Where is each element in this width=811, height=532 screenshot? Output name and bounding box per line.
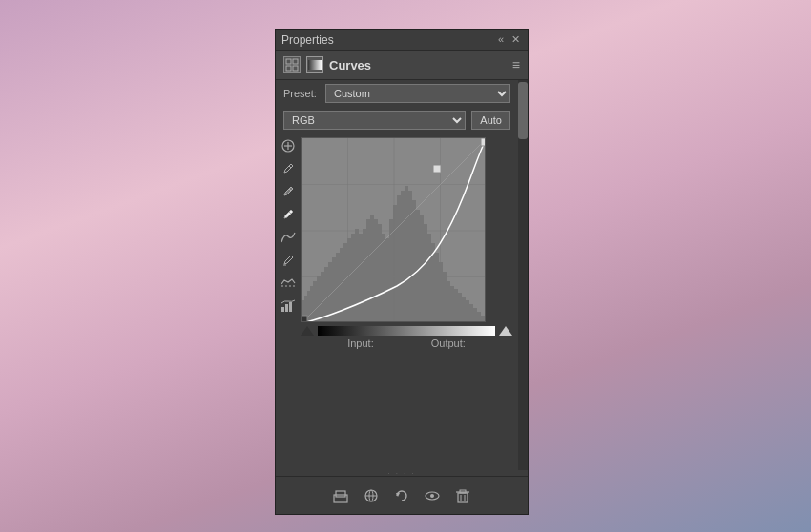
input-label: Input: xyxy=(347,338,374,349)
curves-area: Input: Output: xyxy=(301,133,518,470)
grid-icon-button[interactable] xyxy=(283,56,301,73)
svg-rect-0 xyxy=(286,59,291,64)
svg-rect-14 xyxy=(289,302,292,312)
svg-rect-30 xyxy=(351,234,355,322)
svg-rect-24 xyxy=(328,262,332,322)
left-toolbar xyxy=(276,133,301,470)
tool-eyedropper-white[interactable] xyxy=(279,206,298,223)
preset-select[interactable]: Custom xyxy=(325,84,510,103)
svg-rect-64 xyxy=(481,316,486,322)
svg-rect-28 xyxy=(343,243,347,322)
svg-rect-50 xyxy=(427,234,431,322)
hamburger-icon[interactable]: ≡ xyxy=(512,57,520,72)
white-point-slider[interactable] xyxy=(499,326,512,336)
svg-rect-1 xyxy=(293,59,298,64)
toggle-visibility-button[interactable] xyxy=(422,485,443,506)
svg-rect-19 xyxy=(310,286,313,322)
svg-rect-44 xyxy=(405,186,408,322)
svg-rect-2 xyxy=(286,66,291,71)
panel-header: Curves ≡ xyxy=(276,51,528,80)
svg-rect-43 xyxy=(401,191,405,322)
svg-rect-61 xyxy=(469,304,473,322)
svg-rect-12 xyxy=(281,307,284,312)
svg-rect-23 xyxy=(324,267,328,322)
tool-histogram[interactable] xyxy=(279,297,298,315)
svg-rect-57 xyxy=(454,289,458,322)
channel-select[interactable]: RGB Red Green Blue xyxy=(283,111,466,130)
svg-rect-54 xyxy=(443,272,447,322)
channel-row: RGB Red Green Blue Auto xyxy=(276,107,518,133)
svg-rect-62 xyxy=(473,308,477,322)
bottom-toolbar xyxy=(276,476,528,514)
titlebar-controls: « ✕ xyxy=(496,34,522,45)
svg-rect-37 xyxy=(378,224,382,322)
tool-curve-smooth[interactable] xyxy=(279,229,298,246)
reset-button[interactable] xyxy=(391,485,412,506)
svg-rect-45 xyxy=(408,191,412,322)
svg-rect-36 xyxy=(374,219,378,322)
tool-curve-pencil[interactable] xyxy=(279,252,298,269)
svg-rect-34 xyxy=(366,219,370,322)
main-curves-area: Input: Output: xyxy=(276,133,518,470)
svg-rect-31 xyxy=(355,229,359,322)
delete-layer-button[interactable] xyxy=(452,485,473,506)
auto-button[interactable]: Auto xyxy=(471,111,510,130)
tool-settings[interactable] xyxy=(279,137,298,154)
black-point-slider[interactable] xyxy=(301,326,314,336)
svg-rect-3 xyxy=(293,66,298,71)
properties-panel: Properties « ✕ Curves ≡ Preset: xyxy=(275,29,529,515)
svg-rect-56 xyxy=(450,286,454,322)
svg-rect-39 xyxy=(385,238,389,322)
curves-svg xyxy=(302,138,486,322)
svg-rect-13 xyxy=(285,304,288,312)
svg-rect-58 xyxy=(458,293,462,322)
svg-rect-42 xyxy=(397,195,401,322)
gradient-sliders xyxy=(301,322,512,336)
panel-scrollbar[interactable] xyxy=(518,80,528,470)
close-button[interactable]: ✕ xyxy=(509,34,522,45)
tool-eyedropper-black[interactable] xyxy=(279,160,298,177)
svg-rect-74 xyxy=(302,316,307,322)
svg-rect-46 xyxy=(412,200,416,322)
svg-line-7 xyxy=(289,166,291,168)
gradient-bar xyxy=(318,326,495,336)
svg-rect-63 xyxy=(477,312,481,322)
svg-rect-55 xyxy=(447,281,450,322)
svg-rect-77 xyxy=(336,491,345,497)
svg-rect-60 xyxy=(466,300,469,322)
panel-titlebar: Properties « ✕ xyxy=(276,30,528,51)
svg-rect-20 xyxy=(313,281,317,322)
svg-rect-59 xyxy=(462,297,466,322)
svg-rect-38 xyxy=(382,234,385,322)
clip-layer-button[interactable] xyxy=(330,485,351,506)
io-row: Input: Output: xyxy=(301,336,512,353)
svg-rect-33 xyxy=(363,229,366,322)
preset-row: Preset: Custom xyxy=(276,80,518,107)
svg-point-83 xyxy=(430,494,434,498)
panel-title: Properties xyxy=(281,33,334,47)
tool-smooth[interactable] xyxy=(279,275,298,292)
preset-label: Preset: xyxy=(283,88,320,99)
curves-graph[interactable] xyxy=(301,137,486,322)
svg-rect-22 xyxy=(321,272,324,322)
curves-icon xyxy=(306,56,323,73)
svg-rect-52 xyxy=(435,253,439,322)
scrollbar-thumb[interactable] xyxy=(518,82,528,139)
svg-rect-73 xyxy=(433,165,441,173)
svg-rect-53 xyxy=(439,262,443,322)
svg-rect-49 xyxy=(424,224,427,322)
svg-rect-84 xyxy=(458,493,468,502)
tool-eyedropper-gray[interactable] xyxy=(279,183,298,200)
svg-rect-47 xyxy=(416,210,420,322)
svg-rect-21 xyxy=(317,276,321,322)
output-label: Output: xyxy=(431,338,466,349)
svg-rect-75 xyxy=(481,138,486,146)
svg-rect-32 xyxy=(359,234,363,322)
panel-scroll-area: Preset: Custom RGB Red Green Blue Auto xyxy=(276,80,528,470)
panel-section-title: Curves xyxy=(329,58,371,72)
curves-icon-inner xyxy=(308,60,322,70)
collapse-button[interactable]: « xyxy=(496,34,506,45)
view-previous-button[interactable] xyxy=(361,485,382,506)
panel-content: Preset: Custom RGB Red Green Blue Auto xyxy=(276,80,518,470)
svg-rect-41 xyxy=(393,205,397,322)
